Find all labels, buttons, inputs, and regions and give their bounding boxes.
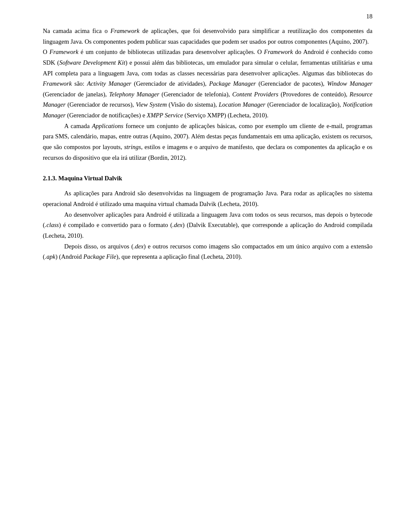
paragraph-1: Na camada acima fica o Framework de apli… — [43, 26, 372, 47]
page-number: 18 — [366, 13, 373, 20]
section-213: 2.1.3. Maquina Virtual Dalvik As aplicaç… — [43, 175, 372, 262]
section-paragraph-3: Depois disso, os arquivos (.dex) e outro… — [43, 241, 372, 262]
page: 18 Na camada acima fica o Framework de a… — [0, 0, 411, 532]
paragraph-2: O Framework é um conjunto de bibliotecas… — [43, 47, 372, 120]
section-paragraph-2: Ao desenvolver aplicações para Android é… — [43, 209, 372, 241]
paragraph-3: A camada Applications fornece um conjunt… — [43, 121, 372, 163]
section-paragraph-1: As aplicações para Android são desenvolv… — [43, 188, 372, 209]
section-heading-text: 2.1.3. Maquina Virtual Dalvik — [43, 175, 122, 182]
section-heading-213: 2.1.3. Maquina Virtual Dalvik — [43, 175, 372, 182]
